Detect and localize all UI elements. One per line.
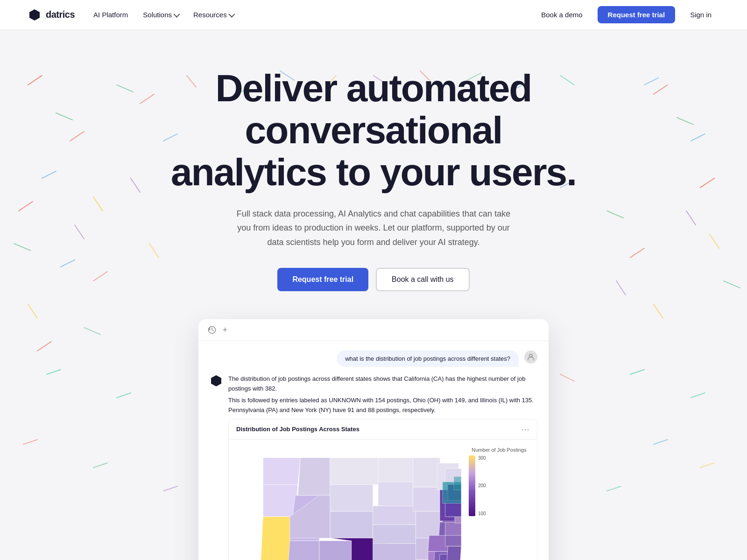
hero-cta-primary-button[interactable]: Request free trial: [277, 268, 368, 291]
chart-legend: Number of Job Postings 300 200 100: [469, 447, 529, 516]
nav-ai-platform[interactable]: AI Platform: [93, 11, 128, 19]
bot-response-2: This is followed by entries labeled as U…: [228, 396, 537, 415]
svg-line-10: [56, 113, 72, 120]
svg-marker-63: [330, 457, 378, 484]
hero-cta-secondary-button[interactable]: Book a call with us: [376, 268, 470, 291]
logo-link[interactable]: datrics: [28, 8, 75, 21]
svg-line-48: [700, 463, 714, 468]
sign-in-button[interactable]: Sign in: [683, 7, 719, 22]
svg-line-4: [93, 272, 107, 281]
nav-links: AI Platform Solutions Resources: [93, 11, 233, 19]
logo-icon: [28, 8, 41, 21]
bot-avatar-icon: [210, 374, 223, 387]
svg-marker-71: [378, 482, 413, 506]
solutions-chevron-icon: [173, 11, 180, 17]
chart-card: Distribution of Job Postings Across Stat…: [228, 419, 537, 560]
svg-line-6: [140, 94, 154, 104]
legend-value-200: 200: [478, 483, 486, 488]
svg-line-25: [149, 244, 159, 258]
svg-line-31: [616, 281, 626, 295]
legend-value-300: 300: [478, 455, 486, 461]
svg-line-28: [131, 178, 140, 192]
user-avatar: [524, 350, 537, 364]
svg-line-34: [630, 370, 644, 374]
svg-line-13: [84, 328, 100, 335]
svg-marker-67: [287, 540, 319, 560]
svg-line-7: [654, 85, 668, 94]
resources-chevron-icon: [228, 11, 235, 17]
svg-marker-70: [378, 457, 413, 482]
chat-user-row: what is the distribution of job postings…: [210, 350, 537, 367]
hero-subtitle: Full stack data processing, AI Analytics…: [229, 207, 518, 250]
svg-line-8: [700, 178, 714, 188]
svg-marker-73: [373, 525, 416, 543]
map-area: [236, 447, 461, 560]
svg-marker-59: [263, 484, 298, 517]
usa-map-svg: [236, 447, 461, 560]
svg-marker-72: [373, 506, 416, 525]
svg-line-50: [607, 486, 621, 491]
chat-bot-row: The distribution of job postings across …: [210, 374, 537, 560]
svg-line-5: [37, 342, 51, 351]
svg-line-3: [19, 202, 33, 211]
svg-line-16: [724, 281, 740, 288]
svg-line-12: [14, 244, 30, 251]
svg-line-29: [75, 225, 84, 239]
svg-line-17: [42, 171, 56, 178]
hero-content: Deliver automated conversational analyti…: [163, 67, 584, 319]
dashboard-toolbar: +: [198, 319, 549, 341]
svg-line-1: [28, 76, 42, 85]
svg-marker-92: [447, 546, 461, 560]
svg-line-23: [93, 197, 103, 211]
bot-response-1: The distribution of job postings across …: [228, 374, 537, 394]
svg-marker-58: [263, 457, 300, 484]
chart-title: Distribution of Job Postings Across Stat…: [236, 426, 359, 433]
logo-text: datrics: [46, 9, 75, 20]
book-demo-button[interactable]: Book a demo: [534, 7, 590, 22]
legend-value-100: 100: [478, 511, 486, 516]
hero-buttons: Request free trial Book a call with us: [277, 268, 469, 291]
svg-line-47: [654, 440, 668, 444]
user-avatar-icon: [527, 353, 535, 361]
hero-section: Deliver automated conversational analyti…: [0, 30, 747, 560]
svg-line-24: [28, 304, 37, 318]
svg-marker-65: [330, 511, 373, 538]
svg-line-9: [630, 248, 644, 258]
svg-marker-98: [454, 476, 461, 490]
svg-marker-68: [319, 540, 352, 560]
svg-marker-62: [298, 457, 330, 495]
svg-marker-57: [211, 375, 221, 386]
svg-marker-94: [445, 522, 461, 535]
plus-icon: +: [221, 326, 229, 334]
request-trial-button[interactable]: Request free trial: [598, 6, 676, 23]
svg-line-11: [117, 85, 133, 92]
svg-line-19: [61, 260, 75, 267]
svg-line-26: [710, 234, 719, 248]
nav-solutions[interactable]: Solutions: [143, 11, 178, 19]
svg-line-27: [654, 304, 663, 318]
svg-marker-0: [29, 9, 40, 21]
svg-line-35: [691, 393, 705, 398]
svg-line-15: [607, 211, 623, 218]
dashboard-preview: + what is the distribution of job postin…: [198, 319, 549, 560]
svg-line-46: [93, 463, 107, 468]
svg-line-30: [686, 211, 696, 225]
svg-line-49: [163, 486, 177, 491]
hero-title: Deliver automated conversational analyti…: [163, 67, 584, 194]
chart-menu-icon[interactable]: ⋯: [521, 425, 529, 434]
nav-resources[interactable]: Resources: [193, 11, 233, 19]
dashboard-body: what is the distribution of job postings…: [198, 341, 549, 560]
legend-title: Number of Job Postings: [469, 447, 529, 453]
history-icon: [208, 326, 216, 334]
svg-line-21: [644, 78, 658, 85]
user-bubble: what is the distribution of job postings…: [337, 350, 519, 367]
svg-line-32: [47, 370, 61, 374]
svg-line-20: [691, 134, 705, 141]
bot-content: The distribution of job postings across …: [228, 374, 537, 560]
svg-line-45: [23, 440, 37, 444]
svg-marker-76: [413, 487, 443, 511]
svg-line-33: [117, 393, 131, 398]
svg-line-2: [70, 132, 84, 141]
svg-line-14: [677, 118, 693, 125]
svg-marker-74: [373, 543, 417, 560]
